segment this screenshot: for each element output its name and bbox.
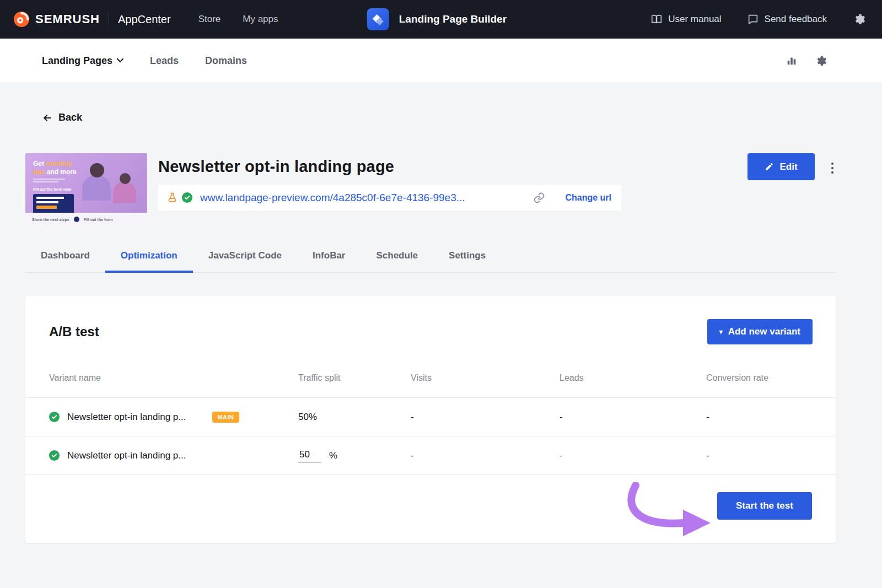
nav-my-apps[interactable]: My apps xyxy=(243,14,278,25)
landing-page-builder-icon xyxy=(367,8,389,30)
edit-button[interactable]: Edit xyxy=(747,153,815,180)
feedback-icon xyxy=(747,13,759,25)
conversion-value: - xyxy=(706,412,812,423)
send-feedback-label: Send feedback xyxy=(765,14,827,25)
thumb-cta: Fill out the form now xyxy=(33,187,71,191)
suite-name[interactable]: AppCenter xyxy=(118,13,171,26)
subnav-landing-pages[interactable]: Landing Pages xyxy=(42,55,123,67)
thumb-bottom-strip: Show the next steps Fill out the form xyxy=(25,213,147,226)
tab-javascript-code[interactable]: JavaScript Code xyxy=(193,250,297,272)
col-visits: Visits xyxy=(411,373,560,383)
tab-optimization[interactable]: Optimization xyxy=(105,250,193,272)
ab-test-card: A/B test ▾ Add new variant Variant name … xyxy=(25,296,836,543)
edit-label: Edit xyxy=(779,161,797,172)
tab-dashboard[interactable]: Dashboard xyxy=(25,250,105,272)
ab-test-title: A/B test xyxy=(49,324,99,339)
copy-link-icon[interactable] xyxy=(533,192,545,204)
change-url-button[interactable]: Change url xyxy=(565,193,611,203)
conversion-value: - xyxy=(706,450,812,461)
caret-down-icon: ▾ xyxy=(719,328,723,335)
top-bar: SEMRUSH AppCenter Store My apps Landing … xyxy=(0,0,882,39)
traffic-split-value: 50% xyxy=(298,412,411,423)
purple-arrow-annotation xyxy=(623,482,717,537)
landing-page-url-link[interactable]: www.landpage-preview.com/4a285c0f-6e7e-4… xyxy=(200,192,465,204)
col-traffic-split: Traffic split xyxy=(298,373,411,383)
tab-schedule[interactable]: Schedule xyxy=(361,250,433,272)
add-new-variant-button[interactable]: ▾ Add new variant xyxy=(707,319,813,344)
thumb-step-dot xyxy=(74,217,79,222)
variant-name[interactable]: Newsletter opt-in landing p... xyxy=(67,412,186,423)
col-leads: Leads xyxy=(560,373,706,383)
ab-test-flask-icon xyxy=(167,192,178,203)
back-label: Back xyxy=(58,112,82,123)
variant-name[interactable]: Newsletter opt-in landing p... xyxy=(67,450,186,461)
arrow-left-icon xyxy=(42,112,53,123)
table-header: Variant name Traffic split Visits Leads … xyxy=(25,373,836,397)
col-conversion-rate: Conversion rate xyxy=(706,373,812,383)
thumb-form-label: Fill out the form xyxy=(84,218,113,222)
tab-infobar[interactable]: InfoBar xyxy=(297,250,361,272)
table-row: Newsletter opt-in landing p... MAIN 50% … xyxy=(25,397,836,436)
send-feedback-link[interactable]: Send feedback xyxy=(747,13,827,25)
secondary-nav: Landing Pages Leads Domains xyxy=(0,39,882,83)
variant-active-check-icon xyxy=(49,450,60,461)
nav-store[interactable]: Store xyxy=(198,14,221,25)
visits-value: - xyxy=(411,412,560,423)
thumb-text-lines xyxy=(33,179,65,184)
page-title: Newsletter opt-in landing page xyxy=(158,158,747,176)
url-bar: www.landpage-preview.com/4a285c0f-6e7e-4… xyxy=(158,185,621,211)
col-variant-name: Variant name xyxy=(49,373,298,383)
percent-suffix: % xyxy=(329,450,337,461)
add-variant-label: Add new variant xyxy=(728,326,800,337)
thumb-headline: Get monthly tips and more xyxy=(33,160,77,176)
brand-name: SEMRUSH xyxy=(35,12,100,26)
user-manual-link[interactable]: User manual xyxy=(650,13,721,25)
app-title: Landing Page Builder xyxy=(399,13,507,25)
start-the-test-button[interactable]: Start the test xyxy=(717,492,812,520)
visits-value: - xyxy=(411,450,560,461)
landing-page-thumbnail: Get monthly tips and more Fill out the f… xyxy=(25,153,147,226)
semrush-logo-icon xyxy=(13,11,30,28)
user-manual-label: User manual xyxy=(668,14,721,25)
current-app: Landing Page Builder xyxy=(367,0,507,39)
table-row: Newsletter opt-in landing p... % - - - xyxy=(25,436,836,474)
tab-bar: Dashboard Optimization JavaScript Code I… xyxy=(25,250,836,273)
topbar-settings-icon[interactable] xyxy=(852,13,865,26)
brand-divider xyxy=(109,13,109,26)
pencil-icon xyxy=(765,162,774,171)
start-test-label: Start the test xyxy=(736,500,793,511)
leads-value: - xyxy=(560,450,706,461)
landing-pages-label: Landing Pages xyxy=(42,55,112,67)
thumb-step-label: Show the next steps xyxy=(32,218,69,222)
more-options-kebab-icon[interactable] xyxy=(829,160,836,176)
main-content: Back Get monthly tips and more Fill out … xyxy=(0,83,882,543)
back-button[interactable]: Back xyxy=(42,112,836,123)
variant-active-check-icon xyxy=(49,412,60,422)
leads-value: - xyxy=(560,412,706,423)
book-icon xyxy=(650,13,663,25)
page-settings-gear-icon[interactable] xyxy=(814,55,827,67)
thumb-person xyxy=(82,175,111,201)
subnav-leads[interactable]: Leads xyxy=(150,55,179,67)
subnav-domains[interactable]: Domains xyxy=(205,55,247,67)
analytics-chart-icon[interactable] xyxy=(786,55,798,67)
main-badge: MAIN xyxy=(212,412,239,423)
thumb-person-2-head xyxy=(120,173,131,184)
thumb-person-2 xyxy=(113,182,136,203)
card-footer: Start the test xyxy=(25,474,836,543)
topbar-actions: User manual Send feedback xyxy=(650,13,869,26)
tab-settings[interactable]: Settings xyxy=(433,250,501,272)
semrush-logo[interactable]: SEMRUSH xyxy=(13,11,100,28)
top-nav: Store My apps xyxy=(198,14,278,25)
url-verified-check-icon xyxy=(182,192,192,203)
traffic-split-input[interactable] xyxy=(298,448,321,463)
thumb-person-head xyxy=(90,163,104,177)
chevron-down-icon xyxy=(117,58,123,63)
